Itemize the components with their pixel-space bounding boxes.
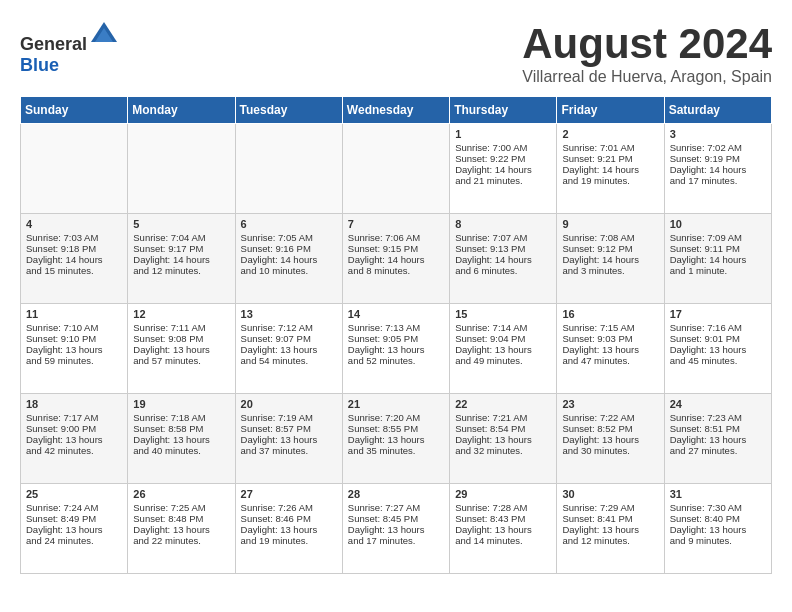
calendar-cell: 13Sunrise: 7:12 AMSunset: 9:07 PMDayligh… [235,304,342,394]
day-number: 26 [133,488,229,500]
cell-content-line: Sunset: 9:04 PM [455,333,551,344]
calendar-cell: 14Sunrise: 7:13 AMSunset: 9:05 PMDayligh… [342,304,449,394]
cell-content-line: Daylight: 14 hours [455,164,551,175]
cell-content-line: and 21 minutes. [455,175,551,186]
day-number: 1 [455,128,551,140]
cell-content-line: Sunset: 9:01 PM [670,333,766,344]
cell-content-line: Daylight: 14 hours [241,254,337,265]
cell-content-line: and 27 minutes. [670,445,766,456]
cell-content-line: Sunrise: 7:11 AM [133,322,229,333]
day-number: 19 [133,398,229,410]
cell-content-line: Sunrise: 7:13 AM [348,322,444,333]
calendar-cell: 26Sunrise: 7:25 AMSunset: 8:48 PMDayligh… [128,484,235,574]
cell-content-line: Sunrise: 7:19 AM [241,412,337,423]
cell-content-line: Sunrise: 7:15 AM [562,322,658,333]
calendar-cell: 20Sunrise: 7:19 AMSunset: 8:57 PMDayligh… [235,394,342,484]
cell-content-line: Daylight: 13 hours [348,434,444,445]
calendar-cell [342,124,449,214]
cell-content-line: Sunset: 8:51 PM [670,423,766,434]
cell-content-line: and 32 minutes. [455,445,551,456]
day-number: 8 [455,218,551,230]
cell-content-line: Daylight: 14 hours [348,254,444,265]
cell-content-line: and 9 minutes. [670,535,766,546]
calendar-cell: 22Sunrise: 7:21 AMSunset: 8:54 PMDayligh… [450,394,557,484]
cell-content-line: Sunrise: 7:16 AM [670,322,766,333]
calendar-cell: 25Sunrise: 7:24 AMSunset: 8:49 PMDayligh… [21,484,128,574]
day-number: 11 [26,308,122,320]
cell-content-line: and 3 minutes. [562,265,658,276]
calendar-cell: 31Sunrise: 7:30 AMSunset: 8:40 PMDayligh… [664,484,771,574]
cell-content-line: and 10 minutes. [241,265,337,276]
cell-content-line: and 8 minutes. [348,265,444,276]
cell-content-line: and 47 minutes. [562,355,658,366]
cell-content-line: Sunrise: 7:05 AM [241,232,337,243]
cell-content-line: Sunrise: 7:07 AM [455,232,551,243]
cell-content-line: Sunrise: 7:27 AM [348,502,444,513]
day-number: 31 [670,488,766,500]
calendar-cell: 15Sunrise: 7:14 AMSunset: 9:04 PMDayligh… [450,304,557,394]
logo-general: General [20,34,87,54]
cell-content-line: Daylight: 14 hours [670,164,766,175]
calendar-cell: 28Sunrise: 7:27 AMSunset: 8:45 PMDayligh… [342,484,449,574]
cell-content-line: Sunset: 8:54 PM [455,423,551,434]
day-header-saturday: Saturday [664,97,771,124]
cell-content-line: Daylight: 13 hours [133,524,229,535]
cell-content-line: Sunset: 8:52 PM [562,423,658,434]
calendar-cell: 17Sunrise: 7:16 AMSunset: 9:01 PMDayligh… [664,304,771,394]
cell-content-line: Sunrise: 7:28 AM [455,502,551,513]
calendar-cell: 16Sunrise: 7:15 AMSunset: 9:03 PMDayligh… [557,304,664,394]
day-number: 30 [562,488,658,500]
cell-content-line: Sunset: 9:17 PM [133,243,229,254]
calendar-cell: 18Sunrise: 7:17 AMSunset: 9:00 PMDayligh… [21,394,128,484]
calendar-week-5: 25Sunrise: 7:24 AMSunset: 8:49 PMDayligh… [21,484,772,574]
cell-content-line: Sunset: 9:16 PM [241,243,337,254]
day-header-monday: Monday [128,97,235,124]
cell-content-line: Sunset: 9:15 PM [348,243,444,254]
cell-content-line: Daylight: 13 hours [455,344,551,355]
cell-content-line: Daylight: 14 hours [562,254,658,265]
day-number: 4 [26,218,122,230]
calendar-cell [235,124,342,214]
cell-content-line: Daylight: 13 hours [241,434,337,445]
day-number: 28 [348,488,444,500]
cell-content-line: Sunrise: 7:00 AM [455,142,551,153]
cell-content-line: and 40 minutes. [133,445,229,456]
day-number: 27 [241,488,337,500]
day-number: 17 [670,308,766,320]
cell-content-line: Sunrise: 7:18 AM [133,412,229,423]
day-number: 23 [562,398,658,410]
cell-content-line: and 22 minutes. [133,535,229,546]
cell-content-line: Sunset: 8:40 PM [670,513,766,524]
cell-content-line: Daylight: 13 hours [562,434,658,445]
cell-content-line: Sunset: 9:03 PM [562,333,658,344]
day-number: 6 [241,218,337,230]
cell-content-line: Daylight: 13 hours [133,344,229,355]
cell-content-line: and 52 minutes. [348,355,444,366]
cell-content-line: Sunset: 9:13 PM [455,243,551,254]
cell-content-line: Daylight: 13 hours [241,344,337,355]
calendar-table: SundayMondayTuesdayWednesdayThursdayFrid… [20,96,772,574]
cell-content-line: Sunset: 9:05 PM [348,333,444,344]
calendar-week-4: 18Sunrise: 7:17 AMSunset: 9:00 PMDayligh… [21,394,772,484]
day-number: 14 [348,308,444,320]
cell-content-line: Sunrise: 7:03 AM [26,232,122,243]
logo-blue: Blue [20,55,59,75]
day-number: 9 [562,218,658,230]
day-number: 29 [455,488,551,500]
day-number: 7 [348,218,444,230]
calendar-week-2: 4Sunrise: 7:03 AMSunset: 9:18 PMDaylight… [21,214,772,304]
calendar-week-3: 11Sunrise: 7:10 AMSunset: 9:10 PMDayligh… [21,304,772,394]
day-number: 22 [455,398,551,410]
cell-content-line: and 12 minutes. [562,535,658,546]
calendar-cell [128,124,235,214]
cell-content-line: and 45 minutes. [670,355,766,366]
cell-content-line: Sunrise: 7:04 AM [133,232,229,243]
cell-content-line: Sunrise: 7:01 AM [562,142,658,153]
cell-content-line: Daylight: 13 hours [26,344,122,355]
cell-content-line: Sunrise: 7:22 AM [562,412,658,423]
cell-content-line: and 14 minutes. [455,535,551,546]
cell-content-line: Sunset: 8:43 PM [455,513,551,524]
calendar-week-1: 1Sunrise: 7:00 AMSunset: 9:22 PMDaylight… [21,124,772,214]
cell-content-line: Sunrise: 7:12 AM [241,322,337,333]
calendar-cell: 4Sunrise: 7:03 AMSunset: 9:18 PMDaylight… [21,214,128,304]
